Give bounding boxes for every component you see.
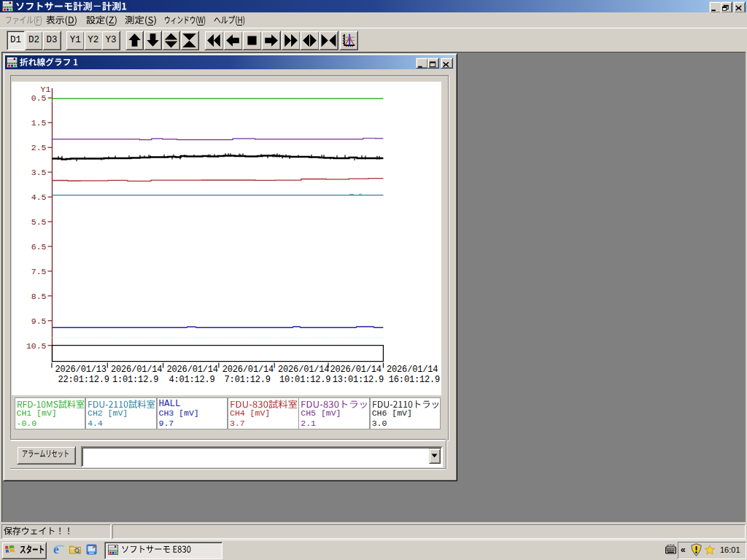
svg-text:2026/01/14: 2026/01/14 — [111, 365, 163, 375]
svg-text:2026/01/14: 2026/01/14 — [278, 365, 330, 375]
svg-text:4:01:12.9: 4:01:12.9 — [169, 375, 214, 385]
svg-text:2026/01/14: 2026/01/14 — [167, 365, 219, 375]
svg-text:9.5: 9.5 — [31, 316, 47, 326]
svg-text:1:01:12.9: 1:01:12.9 — [112, 375, 158, 385]
svg-text:1.5: 1.5 — [31, 118, 47, 128]
svg-text:4.5: 4.5 — [31, 192, 47, 202]
svg-text:8.5: 8.5 — [31, 292, 47, 301]
svg-text:16:01:12.9: 16:01:12.9 — [389, 375, 441, 385]
svg-text:2026/01/14: 2026/01/14 — [222, 365, 274, 375]
svg-text:2026/01/13: 2026/01/13 — [55, 365, 107, 375]
svg-text:7.5: 7.5 — [31, 267, 47, 276]
svg-text:2026/01/14: 2026/01/14 — [330, 365, 382, 375]
svg-text:2026/01/14: 2026/01/14 — [387, 365, 438, 375]
svg-text:Y1: Y1 — [41, 85, 51, 94]
svg-text:7:01:12.9: 7:01:12.9 — [225, 375, 271, 385]
svg-text:5.5: 5.5 — [31, 217, 47, 227]
svg-text:22:01:12.9: 22:01:12.9 — [58, 375, 110, 385]
svg-text:2.5: 2.5 — [31, 143, 47, 152]
svg-text:e: e — [53, 543, 59, 556]
svg-text:13:01:12.9: 13:01:12.9 — [333, 375, 384, 385]
svg-text:10.5: 10.5 — [26, 341, 47, 351]
svg-text:3.5: 3.5 — [31, 168, 47, 177]
svg-text:6.5: 6.5 — [31, 242, 47, 252]
svg-text:0.5: 0.5 — [31, 93, 47, 103]
svg-text:10:01:12.9: 10:01:12.9 — [279, 375, 331, 385]
